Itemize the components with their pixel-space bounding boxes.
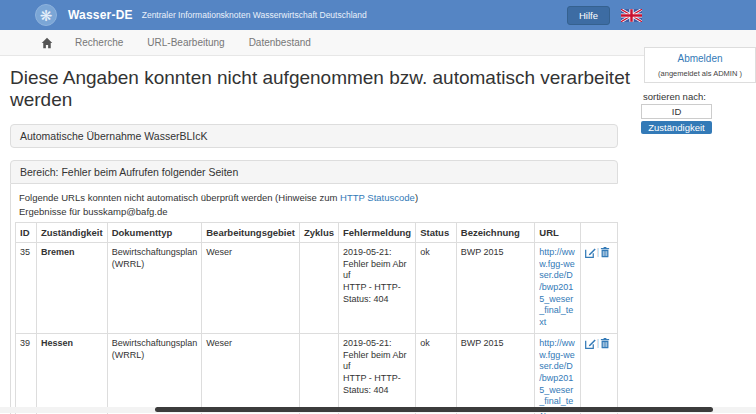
english-language-flag-icon[interactable]: [621, 9, 642, 22]
cell-dokumenttyp: Bewirtschaftungsplan (WRRL): [107, 333, 202, 414]
error-section: Bereich: Fehler beim Aufrufen folgender …: [10, 160, 618, 414]
col-header-id: ID: [16, 223, 37, 243]
cell-fehlermeldung: 2019-05-21: Fehler beim Abruf HTTP - HTT…: [339, 333, 416, 414]
cell-bezeichnung: BWP 2015: [456, 333, 535, 414]
edit-row-icon[interactable]: [585, 247, 596, 262]
nav-item-datenbestand[interactable]: Datenbestand: [249, 37, 311, 48]
wasser-de-logo-icon: ❋: [35, 4, 57, 26]
cell-status: ok: [416, 333, 457, 414]
info-line: Folgende URLs konnten nicht automatisch …: [19, 192, 618, 203]
cell-bearbeitungsgebiet: Weser: [202, 243, 300, 334]
info-prefix: Folgende URLs konnten nicht automatisch …: [19, 192, 340, 203]
cell-actions: |: [580, 333, 617, 414]
error-url-table: ID Zuständigkeit Dokumenttyp Bearbeitung…: [15, 222, 618, 414]
cell-zyklus: [299, 243, 338, 334]
home-icon[interactable]: [41, 37, 53, 49]
cell-zustaendigkeit: Bremen: [36, 243, 107, 334]
logged-in-as-label: (angemeldet als ADMIN ): [647, 69, 753, 78]
action-separator: |: [597, 247, 599, 257]
col-header-bearbeitungsgebiet: Bearbeitungsgebiet: [202, 223, 300, 243]
delete-row-icon[interactable]: [600, 247, 610, 262]
cell-bearbeitungsgebiet: Weser: [202, 333, 300, 414]
help-button[interactable]: Hilfe: [567, 6, 610, 25]
nav-item-recherche[interactable]: Recherche: [75, 37, 123, 48]
cell-zustaendigkeit: Hessen: [36, 333, 107, 414]
cell-bezeichnung: BWP 2015: [456, 243, 535, 334]
table-row: 35 Bremen Bewirtschaftungsplan (WRRL) We…: [16, 243, 618, 334]
delete-row-icon[interactable]: [600, 338, 610, 353]
row-url-link[interactable]: http://www.fgg-weser.de/D /bwp2015_weser…: [539, 247, 575, 327]
error-section-body: Folgende URLs konnten nicht automatisch …: [10, 184, 618, 414]
cell-status: ok: [416, 243, 457, 334]
cell-zyklus: [299, 333, 338, 414]
app-header: ❋ Wasser-DE Zentraler Informationsknoten…: [0, 0, 756, 30]
main-navigation: Recherche URL-Bearbeitung Datenbestand: [0, 30, 756, 56]
col-header-bezeichnung: Bezeichnung: [456, 223, 535, 243]
error-table-body: 35 Bremen Bewirtschaftungsplan (WRRL) We…: [16, 243, 618, 414]
table-header-row: ID Zuständigkeit Dokumenttyp Bearbeitung…: [16, 223, 618, 243]
info-suffix: ): [415, 192, 418, 203]
error-section-title: Bereich: Fehler beim Aufrufen folgender …: [10, 160, 618, 184]
cell-url: http://www.fgg-weser.de/D /bwp2015_weser…: [535, 243, 581, 334]
nav-item-url-bearbeitung[interactable]: URL-Bearbeitung: [147, 37, 224, 48]
horizontal-scrollbar-thumb[interactable]: [155, 407, 713, 412]
sort-by-id-button[interactable]: ID: [641, 104, 712, 119]
brand-title: Wasser-DE: [68, 8, 133, 22]
row-url-link[interactable]: http://www.fgg-weser.de/D /bwp2015_weser…: [539, 338, 575, 414]
cell-actions: |: [580, 243, 617, 334]
sort-label: sortieren nach:: [641, 91, 712, 102]
col-header-zustaendigkeit: Zuständigkeit: [36, 223, 107, 243]
cell-url: http://www.fgg-weser.de/D /bwp2015_weser…: [535, 333, 581, 414]
edit-row-icon[interactable]: [585, 338, 596, 353]
session-box: Abmelden (angemeldet als ADMIN ): [644, 47, 756, 83]
cell-id: 35: [16, 243, 37, 334]
col-header-url: URL: [535, 223, 581, 243]
logout-link[interactable]: Abmelden: [647, 53, 753, 64]
cell-id: 39: [16, 333, 37, 414]
http-statuscode-link[interactable]: HTTP Statuscode: [340, 192, 415, 203]
table-row: 39 Hessen Bewirtschaftungsplan (WRRL) We…: [16, 333, 618, 414]
col-header-actions: [580, 223, 617, 243]
col-header-status: Status: [416, 223, 457, 243]
results-for-label: Ergebnisse für busskamp@bafg.de: [19, 206, 618, 217]
cell-fehlermeldung: 2019-05-21: Fehler beim Abruf HTTP - HTT…: [339, 243, 416, 334]
cell-dokumenttyp: Bewirtschaftungsplan (WRRL): [107, 243, 202, 334]
sort-controls: sortieren nach: ID Zuständigkeit: [641, 91, 712, 134]
page-title: Diese Angaben konnten nicht aufgenommen …: [10, 67, 636, 111]
col-header-fehlermeldung: Fehlermeldung: [339, 223, 416, 243]
sort-by-zustaendigkeit-button[interactable]: Zuständigkeit: [641, 121, 712, 134]
col-header-zyklus: Zyklus: [299, 223, 338, 243]
brand-subtitle: Zentraler Informationsknoten Wasserwirts…: [142, 10, 367, 20]
panel-automatische-uebernahme[interactable]: Automatische Übernahme WasserBLIcK: [10, 124, 618, 148]
action-separator: |: [597, 338, 599, 348]
col-header-dokumenttyp: Dokumenttyp: [107, 223, 202, 243]
